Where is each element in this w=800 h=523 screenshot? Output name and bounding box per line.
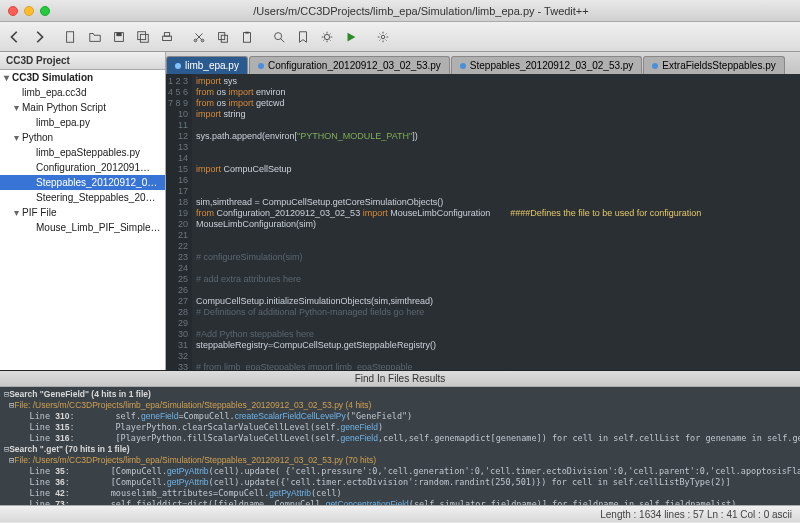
editor-tabs: limb_epa.pyConfiguration_20120912_03_02_… [166,52,800,74]
tree-item[interactable]: Mouse_Limb_PIF_Simple_C… [0,220,165,235]
status-text: Length : 1634 lines : 57 Ln : 41 Col : 0… [600,509,792,520]
svg-rect-12 [245,31,249,33]
bookmark-button[interactable] [292,26,314,48]
open-file-button[interactable] [84,26,106,48]
svg-point-15 [381,35,385,39]
find-results-panel: Find In Files Results ⊟Search "GeneField… [0,370,800,505]
run-button[interactable] [340,26,362,48]
svg-point-14 [324,34,329,39]
code-editor[interactable]: 1 2 3 4 5 6 7 8 9 10 11 12 13 14 15 16 1… [166,74,800,370]
editor-tab[interactable]: ExtraFieldsSteppables.py [643,56,784,74]
forward-button[interactable] [28,26,50,48]
tree-item[interactable]: limb_epaSteppables.py [0,145,165,160]
tree-item[interactable]: ▾PIF File [0,205,165,220]
project-tree[interactable]: ▾CC3D Simulationlimb_epa.cc3d▾Main Pytho… [0,70,165,370]
window-title: /Users/m/CC3DProjects/limb_epa/Simulatio… [50,5,792,17]
find-results-body[interactable]: ⊟Search "GeneField" (4 hits in 1 file) ⊟… [0,387,800,505]
debug-button[interactable] [316,26,338,48]
zoom-window-button[interactable] [40,6,50,16]
svg-rect-2 [116,32,121,36]
tree-item[interactable]: Configuration_2012091… [0,160,165,175]
tree-item[interactable]: limb_epa.py [0,115,165,130]
tree-item[interactable]: Steppables_20120912_03… [0,175,165,190]
svg-rect-3 [138,31,146,39]
titlebar: /Users/m/CC3DProjects/limb_epa/Simulatio… [0,0,800,22]
editor-tab[interactable]: Steppables_20120912_03_02_53.py [451,56,643,74]
editor-tab[interactable]: limb_epa.py [166,56,248,74]
editor-area: limb_epa.pyConfiguration_20120912_03_02_… [166,52,800,370]
minimize-window-button[interactable] [24,6,34,16]
svg-rect-6 [164,32,169,36]
code-content[interactable]: import sys from os import environ from o… [192,74,800,370]
tree-item[interactable]: ▾Python [0,130,165,145]
sidebar-header: CC3D Project [0,52,165,70]
search-button[interactable] [268,26,290,48]
traffic-lights [8,6,50,16]
back-button[interactable] [4,26,26,48]
tree-item[interactable]: ▾CC3D Simulation [0,70,165,85]
copy-button[interactable] [212,26,234,48]
project-sidebar: CC3D Project ▾CC3D Simulationlimb_epa.cc… [0,52,166,370]
settings-button[interactable] [372,26,394,48]
paste-button[interactable] [236,26,258,48]
print-button[interactable] [156,26,178,48]
svg-rect-5 [163,36,172,40]
tree-item[interactable]: Steering_Steppables_201… [0,190,165,205]
close-window-button[interactable] [8,6,18,16]
line-gutter: 1 2 3 4 5 6 7 8 9 10 11 12 13 14 15 16 1… [166,74,192,370]
tree-item[interactable]: limb_epa.cc3d [0,85,165,100]
tree-item[interactable]: ▾Main Python Script [0,100,165,115]
editor-tab[interactable]: Configuration_20120912_03_02_53.py [249,56,450,74]
svg-rect-0 [67,31,74,42]
svg-rect-4 [140,34,148,42]
svg-rect-11 [244,32,251,42]
svg-point-13 [275,32,282,39]
toolbar [0,22,800,52]
new-file-button[interactable] [60,26,82,48]
find-results-header: Find In Files Results [0,371,800,387]
statusbar: Length : 1634 lines : 57 Ln : 41 Col : 0… [0,505,800,522]
cut-button[interactable] [188,26,210,48]
save-all-button[interactable] [132,26,154,48]
save-button[interactable] [108,26,130,48]
